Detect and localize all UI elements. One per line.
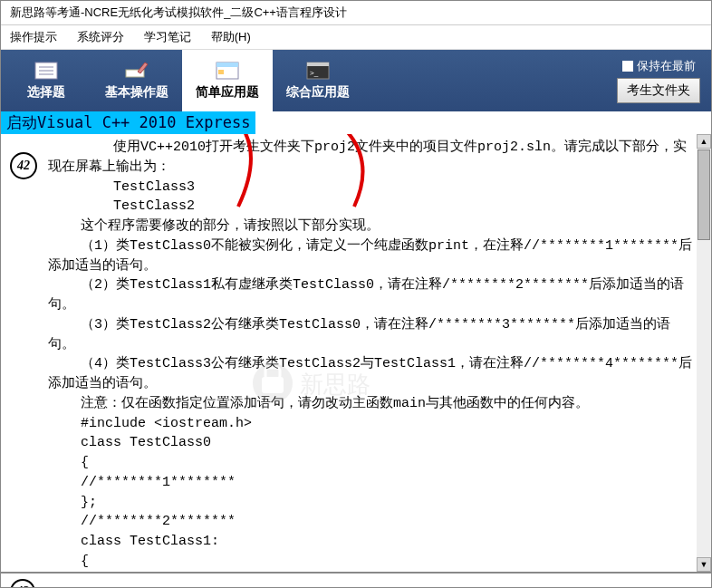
question-code: #include <iostream.h> class TestClass0 {… [48, 414, 693, 573]
scroll-thumb[interactable] [698, 149, 710, 240]
window-titlebar: 新思路等考通-NCRE无纸化考试模拟软件_二级C++语言程序设计 [1, 1, 711, 25]
tab-choice-questions[interactable]: 选择题 [1, 50, 91, 111]
edit-icon [124, 61, 149, 81]
question-content[interactable]: 使用VC++2010打开考生文件夹下proj2文件夹中的项目文件proj2.sl… [1, 134, 711, 572]
launch-vc-button[interactable]: 启动Visual C++ 2010 Express [1, 111, 255, 134]
svg-text:>_: >_ [310, 69, 319, 77]
question-text: 使用VC++2010打开考生文件夹下proj2文件夹中的项目文件proj2.sl… [48, 138, 693, 414]
tab-simple-application[interactable]: 简单应用题 [182, 50, 273, 111]
checkbox-icon [622, 61, 633, 72]
tab-label: 基本操作题 [105, 84, 168, 101]
window-icon [215, 61, 240, 81]
tab-comprehensive-application[interactable]: >_ 综合应用题 [273, 50, 363, 111]
tab-label: 综合应用题 [286, 84, 350, 101]
svg-rect-9 [307, 63, 329, 66]
tab-basic-operation[interactable]: 基本操作题 [91, 50, 182, 111]
toolbar: 选择题 基本操作题 简单应用题 >_ 综合应用题 保持在最前 考生文件夹 [1, 50, 711, 111]
terminal-icon: >_ [305, 61, 331, 81]
menu-item[interactable]: 帮助(H) [211, 30, 251, 43]
scroll-down-button[interactable]: ▼ [697, 557, 711, 572]
launch-bar-row: 启动Visual C++ 2010 Express [1, 111, 711, 134]
question-number-badge: 42 [10, 152, 37, 179]
footer-question-number[interactable]: 42 [10, 579, 35, 588]
footer: 42 [1, 572, 711, 588]
menu-item[interactable]: 学习笔记 [144, 30, 191, 43]
keep-front-checkbox[interactable]: 保持在最前 [622, 58, 696, 74]
svg-rect-6 [216, 63, 238, 67]
menu-item[interactable]: 操作提示 [10, 30, 57, 43]
examinee-folder-button[interactable]: 考生文件夹 [617, 78, 700, 103]
menu-item[interactable]: 系统评分 [77, 30, 124, 43]
tab-label: 简单应用题 [196, 84, 259, 101]
vertical-scrollbar[interactable]: ▲ ▼ [697, 134, 711, 572]
menubar: 操作提示 系统评分 学习笔记 帮助(H) [1, 25, 711, 50]
list-icon [34, 61, 59, 81]
content-area: 42 新思路 使用VC++2010打开考生文件夹下proj2文件夹中的项目文件p… [1, 134, 711, 572]
svg-rect-7 [218, 70, 224, 74]
tab-label: 选择题 [27, 84, 65, 101]
scroll-up-button[interactable]: ▲ [697, 134, 711, 149]
window-title: 新思路等考通-NCRE无纸化考试模拟软件_二级C++语言程序设计 [10, 5, 347, 19]
keep-front-label: 保持在最前 [637, 58, 696, 74]
